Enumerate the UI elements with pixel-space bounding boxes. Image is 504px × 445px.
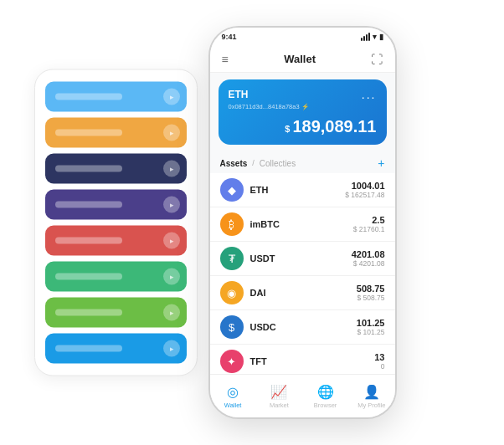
- asset-balance: 508.75: [357, 284, 385, 294]
- wifi-icon: ▾: [373, 33, 377, 41]
- status-bar: 9:41 ▾ ▮: [210, 28, 395, 46]
- page-title: Wallet: [284, 53, 316, 65]
- asset-name-eth: ETH: [250, 185, 346, 195]
- eth-card-address: 0x08711d3d...8418a78a3 ⚡: [229, 103, 377, 110]
- back-card-7[interactable]: ▸: [45, 334, 187, 364]
- card-icon: ▸: [163, 340, 180, 357]
- phone-mockup: 9:41 ▾ ▮ ≡ Wallet ⛶ ETH: [208, 26, 397, 419]
- back-card-6[interactable]: ▸: [45, 298, 187, 328]
- asset-amounts-tft: 130: [374, 352, 384, 371]
- tab-collecties[interactable]: Collecties: [260, 159, 296, 168]
- eth-currency-symbol: $: [285, 124, 290, 134]
- card-text-line: [55, 202, 122, 208]
- bottom-nav: ◎Wallet📈Market🌐Browser👤My Profile: [210, 374, 395, 417]
- asset-name-usdt: USDT: [250, 253, 352, 263]
- eth-card-menu[interactable]: ...: [362, 88, 377, 101]
- asset-list: ◆ETH1004.01$ 162517.48₿imBTC2.5$ 21760.1…: [210, 173, 395, 374]
- asset-amounts-eth: 1004.01$ 162517.48: [345, 181, 384, 199]
- asset-balance: 101.25: [357, 318, 385, 328]
- card-icon: ▸: [163, 89, 180, 105]
- assets-header: Assets / Collecties +: [210, 151, 395, 173]
- back-card-2[interactable]: ▸: [45, 154, 187, 184]
- eth-card-header: ETH ...: [229, 88, 377, 101]
- eth-icon: ◆: [220, 178, 244, 202]
- tft-icon: ✦: [220, 350, 244, 373]
- nav-icon-wallet: ◎: [227, 384, 239, 400]
- status-icons: ▾ ▮: [361, 33, 383, 41]
- nav-label-wallet: Wallet: [224, 402, 242, 409]
- tab-separator: /: [252, 159, 255, 167]
- time-display: 9:41: [222, 33, 237, 41]
- nav-label-browser: Browser: [314, 402, 337, 409]
- asset-usd-value: $ 101.25: [357, 328, 385, 336]
- eth-card-title: ETH: [229, 89, 249, 100]
- asset-item-usdc[interactable]: $USDC101.25$ 101.25: [210, 310, 395, 345]
- asset-name-usdc: USDC: [250, 322, 357, 332]
- tab-assets[interactable]: Assets: [220, 159, 248, 168]
- asset-usd-value: 0: [374, 362, 384, 371]
- asset-name-imbtc: imBTC: [250, 219, 353, 229]
- signal-icon: [361, 33, 370, 41]
- asset-usd-value: $ 21760.1: [353, 225, 385, 233]
- card-icon: ▸: [163, 233, 180, 249]
- eth-card[interactable]: ETH ... 0x08711d3d...8418a78a3 ⚡ $189,08…: [219, 79, 387, 145]
- asset-usd-value: $ 508.75: [357, 294, 385, 302]
- back-card-5[interactable]: ▸: [45, 262, 187, 292]
- usdt-icon: ₮: [220, 247, 244, 270]
- card-text-line: [55, 130, 122, 136]
- asset-usd-value: $ 162517.48: [345, 191, 384, 199]
- menu-icon[interactable]: ≡: [222, 53, 229, 66]
- asset-balance: 13: [374, 352, 384, 362]
- card-text-line: [55, 238, 122, 244]
- nav-market[interactable]: 📈Market: [256, 384, 302, 409]
- card-text-line: [55, 166, 122, 172]
- asset-amounts-dai: 508.75$ 508.75: [357, 284, 385, 302]
- eth-card-amount: $189,089.11: [229, 117, 377, 136]
- asset-item-tft[interactable]: ✦TFT130: [210, 345, 395, 374]
- asset-item-eth[interactable]: ◆ETH1004.01$ 162517.48: [210, 173, 395, 207]
- asset-item-usdt[interactable]: ₮USDT4201.08$ 4201.08: [210, 242, 395, 276]
- card-icon: ▸: [163, 125, 180, 141]
- usdc-icon: $: [220, 315, 244, 339]
- imbtc-icon: ₿: [220, 212, 244, 236]
- card-text-line: [55, 274, 122, 280]
- nav-label-market: Market: [270, 402, 289, 409]
- asset-name-tft: TFT: [250, 356, 375, 366]
- add-asset-button[interactable]: +: [378, 156, 384, 170]
- card-text-line: [55, 94, 122, 100]
- expand-icon[interactable]: ⛶: [371, 53, 383, 66]
- back-card-4[interactable]: ▸: [45, 226, 187, 256]
- nav-icon-browser: 🌐: [317, 384, 334, 400]
- asset-amounts-imbtc: 2.5$ 21760.1: [353, 215, 385, 233]
- back-card-3[interactable]: ▸: [45, 190, 187, 220]
- asset-amounts-usdc: 101.25$ 101.25: [357, 318, 385, 336]
- asset-item-imbtc[interactable]: ₿imBTC2.5$ 21760.1: [210, 207, 395, 242]
- dai-icon: ◉: [220, 281, 244, 304]
- nav-browser[interactable]: 🌐Browser: [302, 384, 348, 409]
- nav-wallet[interactable]: ◎Wallet: [210, 384, 256, 409]
- card-icon: ▸: [163, 304, 180, 321]
- assets-tabs: Assets / Collecties: [220, 159, 296, 168]
- asset-amounts-usdt: 4201.08$ 4201.08: [352, 249, 385, 268]
- nav-icon-market: 📈: [270, 384, 287, 400]
- back-card-1[interactable]: ▸: [45, 118, 187, 148]
- scene: ▸▸▸▸▸▸▸▸ 9:41 ▾ ▮ ≡ Wallet ⛶: [9, 9, 495, 436]
- nav-label-my-profile: My Profile: [357, 402, 385, 409]
- back-cards-panel: ▸▸▸▸▸▸▸▸: [34, 69, 198, 376]
- back-card-0[interactable]: ▸: [45, 82, 187, 112]
- phone-content: ETH ... 0x08711d3d...8418a78a3 ⚡ $189,08…: [210, 73, 395, 374]
- asset-balance: 1004.01: [345, 181, 384, 191]
- asset-balance: 2.5: [353, 215, 385, 225]
- card-icon: ▸: [163, 269, 180, 285]
- battery-icon: ▮: [379, 33, 383, 41]
- card-text-line: [55, 309, 122, 316]
- asset-usd-value: $ 4201.08: [352, 259, 385, 268]
- card-icon: ▸: [163, 161, 180, 177]
- nav-bar: ≡ Wallet ⛶: [210, 46, 395, 73]
- card-text-line: [55, 345, 122, 352]
- asset-name-dai: DAI: [250, 288, 357, 298]
- nav-my-profile[interactable]: 👤My Profile: [348, 384, 394, 409]
- nav-icon-my-profile: 👤: [363, 384, 380, 400]
- asset-item-dai[interactable]: ◉DAI508.75$ 508.75: [210, 276, 395, 310]
- card-icon: ▸: [163, 197, 180, 213]
